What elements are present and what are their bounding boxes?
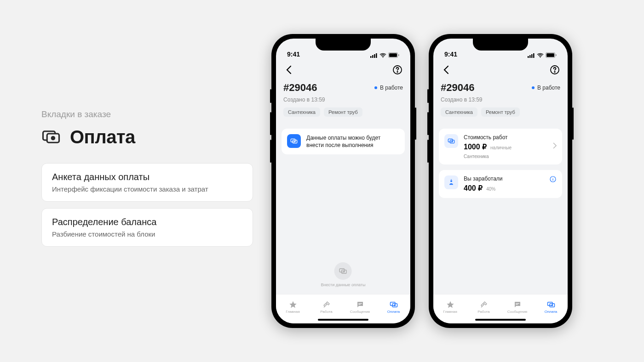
chat-icon (356, 300, 364, 309)
star-icon (446, 300, 454, 309)
order-header: #29046 В работе Создано в 13:59 Сантехни… (276, 81, 410, 122)
svg-point-31 (554, 72, 555, 73)
svg-point-17 (344, 272, 345, 272)
home-indicator[interactable] (318, 319, 368, 321)
order-number: #29046 (441, 82, 474, 94)
phone-frame-1: 9:41 #29046 В работе Создано в 13:59 С (271, 34, 415, 328)
svg-rect-36 (451, 179, 452, 180)
svg-rect-25 (531, 54, 533, 58)
tab-work[interactable]: Работа (467, 294, 500, 320)
card-title: Распределение баланса (52, 217, 242, 227)
svg-point-35 (450, 180, 452, 182)
svg-point-34 (452, 141, 453, 142)
svg-rect-38 (516, 303, 519, 304)
chat-icon (513, 300, 522, 309)
phone-mockups: 9:41 #29046 В работе Создано в 13:59 С (271, 34, 572, 328)
tab-payment[interactable]: Оплата (377, 294, 410, 320)
info-icon[interactable] (549, 175, 557, 183)
help-button[interactable] (549, 64, 560, 77)
earned-value: 400 ₽ (464, 184, 483, 192)
info-text: Данные оплаты можно будет внести после в… (306, 134, 399, 149)
phone-notch (473, 39, 528, 51)
cost-value: 1000 ₽ (464, 142, 487, 151)
svg-rect-3 (370, 56, 372, 58)
phone-notch (316, 39, 371, 51)
star-icon (289, 300, 297, 309)
cost-category: Сантехника (464, 154, 547, 159)
section-title-row: Оплата (41, 127, 253, 147)
battery-icon (546, 52, 557, 58)
back-button[interactable] (441, 64, 452, 77)
cost-card[interactable]: Стоимость работ 1000 ₽ наличные Сантехни… (439, 129, 562, 164)
tools-icon (480, 300, 488, 309)
status-time: 9:41 (287, 51, 300, 58)
wifi-icon (380, 53, 386, 58)
svg-rect-29 (556, 54, 557, 56)
content-area: Стоимость работ 1000 ₽ наличные Сантехни… (433, 122, 568, 294)
order-number: #29046 (283, 82, 317, 94)
tab-messages[interactable]: Сообщения (343, 294, 377, 320)
nav-header (433, 60, 568, 81)
disabled-action-label: Внести данные оплаты (321, 283, 366, 288)
section-title: Оплата (70, 127, 135, 147)
order-tags: Сантехника Ремонт труб (283, 107, 403, 117)
order-status-badge: В работе (374, 85, 403, 91)
status-icons (528, 52, 557, 58)
payment-icon (390, 300, 398, 309)
tools-icon (322, 300, 331, 309)
cellular-icon (528, 53, 535, 58)
svg-point-14 (294, 141, 295, 142)
info-card-payment-locked: Данные оплаты можно будет внести после в… (282, 129, 405, 154)
payment-icon (444, 134, 458, 148)
svg-point-42 (552, 305, 552, 305)
tag: Сантехника (441, 107, 477, 117)
order-created: Создано в 13:59 (283, 96, 403, 103)
back-button[interactable] (283, 64, 294, 77)
disabled-submit-action: Внести данные оплаты (321, 262, 366, 288)
home-indicator[interactable] (475, 319, 526, 321)
tab-payment[interactable]: Оплата (534, 294, 568, 320)
tag: Ремонт труб (481, 107, 520, 117)
payment-icon (41, 127, 61, 147)
earned-label: Вы заработали (464, 175, 544, 182)
earned-card: Вы заработали 400 ₽ 40% (439, 170, 562, 198)
description-panel: Вкладки в заказе Оплата Анкета данных оп… (41, 109, 253, 253)
status-time: 9:41 (444, 51, 457, 58)
svg-rect-18 (358, 303, 362, 304)
svg-rect-4 (372, 55, 374, 58)
payment-icon (287, 134, 301, 148)
order-status-badge: В работе (532, 85, 560, 91)
svg-rect-28 (546, 53, 554, 57)
cost-label: Стоимость работ (464, 134, 547, 141)
svg-rect-8 (389, 53, 397, 57)
card-title: Анкета данных оплаты (52, 172, 242, 182)
battery-icon (388, 52, 399, 58)
svg-rect-24 (529, 55, 531, 58)
svg-point-11 (397, 72, 398, 73)
status-icons (370, 52, 399, 58)
tag: Ремонт труб (324, 107, 362, 117)
svg-rect-5 (374, 54, 375, 58)
feature-card-form: Анкета данных оплаты Интерфейс фиксации … (41, 163, 253, 202)
order-tags: Сантехника Ремонт труб (441, 107, 560, 117)
chevron-right-icon (553, 142, 557, 151)
svg-rect-19 (358, 304, 361, 305)
help-button[interactable] (392, 64, 403, 77)
svg-rect-6 (376, 53, 377, 58)
card-desc: Разбиение стоимостей на блоки (52, 230, 242, 238)
tab-work[interactable]: Работа (310, 294, 343, 320)
tab-messages[interactable]: Сообщения (500, 294, 534, 320)
order-created: Создано в 13:59 (441, 96, 560, 103)
content-area: Данные оплаты можно будет внести после в… (276, 122, 410, 294)
tag: Сантехника (283, 107, 320, 117)
svg-point-22 (394, 305, 395, 305)
earned-percent: 40% (486, 187, 495, 192)
payment-icon (547, 300, 555, 309)
tab-home[interactable]: Главная (276, 294, 310, 320)
cost-method: наличные (490, 145, 512, 150)
svg-rect-26 (533, 53, 535, 58)
phone-frame-2: 9:41 #29046 В работе Создано в 13:59 С (429, 34, 572, 328)
svg-rect-23 (528, 56, 529, 58)
submit-payment-button-disabled (334, 262, 352, 280)
tab-home[interactable]: Главная (433, 294, 467, 320)
